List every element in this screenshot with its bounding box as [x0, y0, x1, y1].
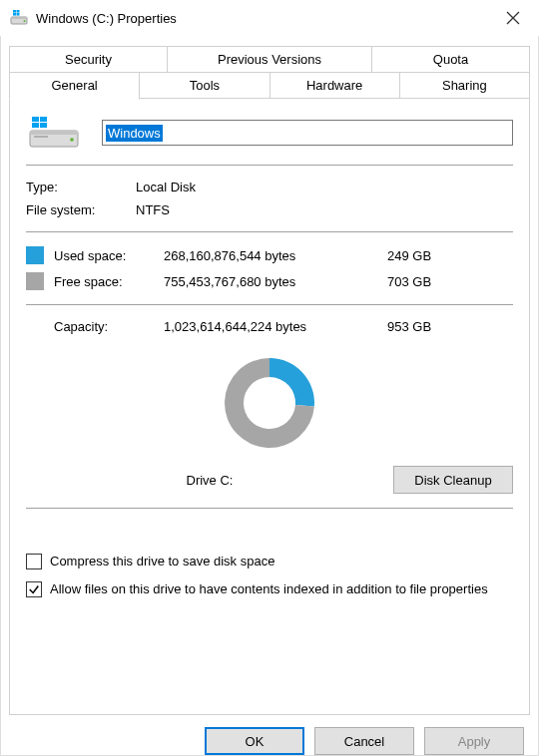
svg-rect-10 [34, 136, 48, 138]
disk-cleanup-button[interactable]: Disk Cleanup [393, 466, 513, 494]
compress-checkbox[interactable] [26, 554, 42, 569]
tab-general[interactable]: General [9, 72, 140, 100]
separator [26, 508, 513, 509]
capacity-label: Capacity: [54, 319, 164, 334]
svg-rect-8 [30, 131, 78, 135]
window-title: Windows (C:) Properties [36, 11, 495, 26]
svg-rect-13 [32, 123, 39, 128]
type-value: Local Disk [136, 180, 513, 194]
tab-quota[interactable]: Quota [372, 46, 530, 72]
general-panel: Windows Type: Local Disk File system: NT… [9, 99, 530, 715]
compress-label: Compress this drive to save disk space [50, 553, 274, 570]
free-human: 703 GB [363, 274, 513, 289]
dialog-buttons: OK Cancel Apply [9, 715, 530, 755]
tab-tools[interactable]: Tools [140, 72, 270, 99]
drive-large-icon [26, 115, 82, 151]
tab-hardware[interactable]: Hardware [270, 72, 400, 99]
volume-name-value: Windows [106, 125, 163, 142]
separator [26, 165, 513, 166]
svg-rect-3 [13, 10, 16, 13]
tab-sharing[interactable]: Sharing [400, 72, 530, 99]
svg-rect-6 [17, 13, 20, 16]
cancel-button[interactable]: Cancel [314, 727, 414, 755]
apply-button[interactable]: Apply [424, 727, 524, 755]
title-bar: Windows (C:) Properties [0, 0, 539, 36]
used-label: Used space: [54, 248, 164, 263]
tab-previous-versions[interactable]: Previous Versions [168, 46, 372, 72]
filesystem-label: File system: [26, 202, 136, 217]
free-bytes: 755,453,767,680 bytes [164, 274, 363, 289]
separator [26, 231, 513, 232]
free-swatch [26, 272, 44, 290]
capacity-human: 953 GB [363, 319, 513, 334]
type-label: Type: [26, 180, 136, 194]
svg-rect-4 [17, 10, 20, 13]
close-button[interactable] [495, 0, 531, 36]
ok-button[interactable]: OK [205, 727, 304, 755]
svg-point-9 [70, 138, 74, 142]
index-checkbox[interactable] [26, 581, 42, 597]
index-label: Allow files on this drive to have conten… [50, 580, 488, 598]
tab-security[interactable]: Security [9, 46, 168, 72]
svg-rect-14 [40, 123, 47, 128]
svg-point-2 [24, 20, 26, 22]
separator [26, 304, 513, 305]
used-human: 249 GB [363, 248, 513, 263]
used-bytes: 268,160,876,544 bytes [164, 248, 363, 263]
filesystem-value: NTFS [136, 202, 513, 217]
tabs: Security Previous Versions Quota General… [9, 46, 530, 99]
capacity-bytes: 1,023,614,644,224 bytes [164, 319, 363, 334]
usage-chart [26, 348, 513, 458]
used-swatch [26, 246, 44, 264]
svg-rect-12 [40, 117, 47, 122]
svg-rect-1 [11, 17, 27, 19]
volume-name-input[interactable]: Windows [102, 120, 513, 146]
dialog-frame: Security Previous Versions Quota General… [0, 36, 539, 756]
drive-icon [10, 9, 28, 27]
svg-rect-11 [32, 117, 39, 122]
free-label: Free space: [54, 274, 164, 289]
drive-label: Drive C: [26, 473, 393, 488]
svg-rect-5 [13, 13, 16, 16]
